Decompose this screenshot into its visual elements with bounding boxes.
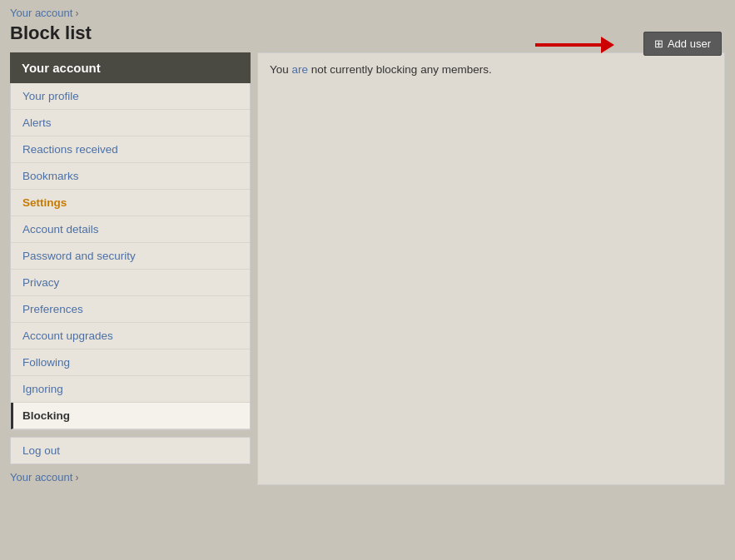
sidebar-item-privacy[interactable]: Privacy xyxy=(11,270,250,296)
sidebar-item-ignoring[interactable]: Ignoring xyxy=(11,376,250,403)
sidebar: Your account Your profile Alerts Reactio… xyxy=(10,52,251,485)
arrow-head xyxy=(601,37,614,53)
sidebar-footer-chevron-icon: › xyxy=(75,472,78,483)
add-user-button[interactable]: ⊞ Add user xyxy=(643,32,722,56)
breadcrumb-link[interactable]: Your account xyxy=(10,7,72,19)
sidebar-footer: Your account › xyxy=(10,471,251,483)
sidebar-header: Your account xyxy=(10,52,251,83)
arrow-line xyxy=(535,43,602,47)
no-blocking-message: You are not currently blocking any membe… xyxy=(270,63,713,76)
breadcrumb: Your account › xyxy=(10,7,725,19)
sidebar-item-preferences[interactable]: Preferences xyxy=(11,296,250,323)
msg-suffix: not currently blocking any members. xyxy=(308,63,492,76)
sidebar-logout-section: Log out xyxy=(10,437,251,464)
breadcrumb-chevron-icon: › xyxy=(75,7,78,19)
msg-prefix: You xyxy=(270,63,292,76)
sidebar-item-account-upgrades[interactable]: Account upgrades xyxy=(11,323,250,349)
add-user-label: Add user xyxy=(668,37,711,50)
sidebar-top-section: Your profile Alerts Reactions received B… xyxy=(10,83,251,430)
sidebar-item-blocking[interactable]: Blocking xyxy=(11,403,250,429)
sidebar-item-reactions-received[interactable]: Reactions received xyxy=(11,136,250,163)
sidebar-item-your-profile[interactable]: Your profile xyxy=(11,83,250,110)
sidebar-item-following[interactable]: Following xyxy=(11,349,250,376)
msg-highlight: are xyxy=(292,63,309,76)
sidebar-footer-link[interactable]: Your account xyxy=(10,471,72,483)
logout-button[interactable]: Log out xyxy=(11,438,250,463)
add-user-icon: ⊞ xyxy=(654,37,663,50)
content-area: You are not currently blocking any membe… xyxy=(257,52,725,485)
arrow-indicator xyxy=(535,37,614,53)
sidebar-item-alerts[interactable]: Alerts xyxy=(11,110,250,136)
main-layout: Your account Your profile Alerts Reactio… xyxy=(10,52,725,485)
page-title: Block list xyxy=(10,22,725,44)
sidebar-item-password-and-security[interactable]: Password and security xyxy=(11,243,250,270)
sidebar-item-account-details[interactable]: Account details xyxy=(11,216,250,243)
sidebar-item-bookmarks[interactable]: Bookmarks xyxy=(11,163,250,190)
sidebar-settings-label: Settings xyxy=(11,190,250,216)
